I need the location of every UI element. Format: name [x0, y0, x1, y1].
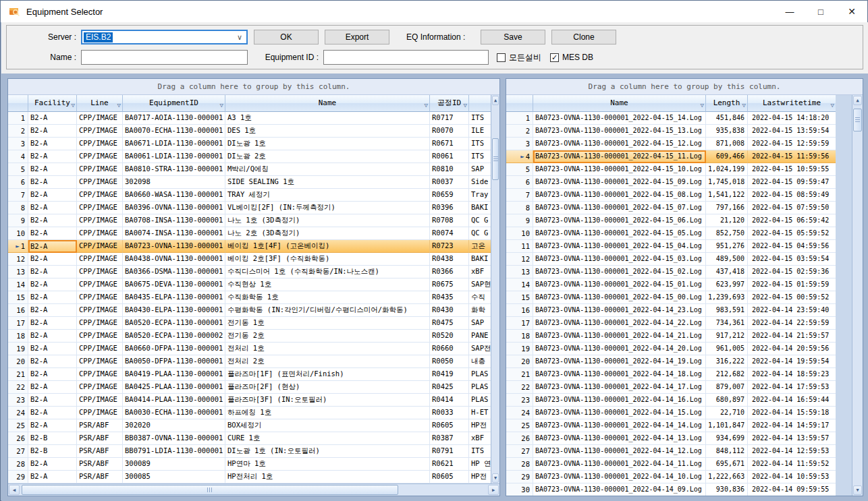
cell-line[interactable]: CPP/IMAGE	[77, 150, 123, 163]
table-row[interactable]: 8B2-ACPP/IMAGEBA0396-OVNA-1130-000001VL베…	[8, 202, 491, 214]
cell-name[interactable]: CURE 1호	[225, 432, 430, 445]
row-indicator[interactable]: 12	[506, 253, 533, 266]
table-row[interactable]: 9B2-ACPP/IMAGEBA0708-INSA-1130-000001나노 …	[8, 214, 491, 227]
column-header-facility[interactable]: Facility▽	[28, 95, 77, 112]
row-indicator[interactable]: 17	[506, 317, 533, 330]
cell-facility[interactable]: B2-A	[28, 176, 77, 189]
cell-equipment-id[interactable]: BB0387-OVNA-1130-000001	[123, 432, 225, 445]
cell-name[interactable]: VL베이킹[2F] (IN:두께측정기)	[225, 202, 430, 214]
cell-process-id[interactable]: R0520	[430, 330, 469, 343]
cell-equipment-id[interactable]: BA0810-STRA-1130-000001	[123, 163, 225, 176]
column-header-partial[interactable]	[469, 95, 491, 112]
cell-equipment-id[interactable]: 302098	[123, 176, 225, 189]
cell-log-name[interactable]: BA0723-OVNA-1130-000001_2022-04-15_09.Lo…	[533, 176, 706, 189]
cell-name[interactable]: 전처리 2호	[225, 355, 430, 368]
cell-extra[interactable]: xBF	[469, 266, 491, 278]
cell-name[interactable]: 플라즈마[2F] (현상)	[225, 381, 430, 394]
cell-log-name[interactable]: BA0723-OVNA-1130-000001_2022-04-15_08.Lo…	[533, 189, 706, 202]
cell-equipment-id[interactable]: 302020	[123, 419, 225, 432]
cell-line[interactable]: CPP/IMAGE	[77, 176, 123, 189]
cell-process-id[interactable]: R0791	[430, 445, 469, 458]
cell-facility[interactable]: B2-A	[28, 240, 77, 253]
cell-length[interactable]: 451,846	[706, 112, 748, 125]
cell-process-id[interactable]: R0074	[430, 227, 469, 240]
cell-length[interactable]: 212,682	[706, 368, 748, 381]
cell-lastwritetime[interactable]: 2022-04-14 12:59:53	[748, 445, 836, 458]
cell-log-name[interactable]: BA0723-OVNA-1130-000001_2022-04-15_02.Lo…	[533, 266, 706, 278]
table-row[interactable]: 13BA0723-OVNA-1130-000001_2022-04-15_02.…	[506, 266, 836, 278]
row-indicator[interactable]: 17	[8, 317, 28, 330]
row-indicator[interactable]: 13	[506, 266, 533, 278]
row-indicator[interactable]: 8	[8, 202, 28, 214]
table-row[interactable]: 30BA0723-OVNA-1130-000001_2022-04-14_09.…	[506, 483, 836, 496]
cell-lastwritetime[interactable]: 2022-04-14 15:59:18	[748, 407, 836, 419]
cell-length[interactable]: 695,671	[706, 458, 748, 471]
cell-lastwritetime[interactable]: 2022-04-15 09:59:47	[748, 176, 836, 189]
table-row[interactable]: 15B2-ACPP/IMAGEBA0435-ELPA-1130-000001수직…	[8, 291, 491, 304]
cell-equipment-id[interactable]: BB0791-LDIA-1130-000001	[123, 445, 225, 458]
row-indicator[interactable]: 24	[8, 407, 28, 419]
cell-name[interactable]: SIDE SEALING 1호	[225, 176, 430, 189]
cell-process-id[interactable]: R0810	[430, 163, 469, 176]
cell-facility[interactable]: B2-A	[28, 407, 77, 419]
table-row[interactable]: 15BA0723-OVNA-1130-000001_2022-04-15_00.…	[506, 291, 836, 304]
cell-lastwritetime[interactable]: 2022-04-15 04:59:56	[748, 240, 836, 253]
cell-line[interactable]: PSR/ABF	[77, 432, 123, 445]
clone-button[interactable]: Clone	[551, 30, 616, 45]
cell-lastwritetime[interactable]: 2022-04-15 08:59:49	[748, 189, 836, 202]
cell-equipment-id[interactable]: 300089	[123, 458, 225, 471]
close-button[interactable]: ✕	[836, 1, 867, 22]
cell-lastwritetime[interactable]: 2022-04-14 21:59:57	[748, 330, 836, 343]
cell-lastwritetime[interactable]: 2022-04-14 20:59:56	[748, 343, 836, 355]
cell-equipment-id[interactable]: BA0430-ELPA-1130-000001	[123, 304, 225, 317]
cell-process-id[interactable]: R0475	[430, 317, 469, 330]
cell-name[interactable]: 하프에칭 1호	[225, 407, 430, 419]
table-row[interactable]: 21BA0723-OVNA-1130-000001_2022-04-14_18.…	[506, 368, 836, 381]
table-row[interactable]: 20B2-ACPP/IMAGEBA0050-DFPA-1130-000001전처…	[8, 355, 491, 368]
filter-icon[interactable]: ▽	[701, 102, 704, 109]
cell-equipment-id[interactable]: BA0520-ECPA-1130-000001	[123, 317, 225, 330]
cell-lastwritetime[interactable]: 2022-04-14 16:59:44	[748, 394, 836, 407]
row-indicator[interactable]: 12	[8, 253, 28, 266]
cell-equipment-id[interactable]: BA0723-OVNA-1130-000001	[123, 240, 225, 253]
cell-length[interactable]: 1,239,693	[706, 291, 748, 304]
ok-button[interactable]: OK	[254, 30, 319, 45]
cell-log-name[interactable]: BA0723-OVNA-1130-000001_2022-04-15_12.Lo…	[533, 138, 706, 150]
row-indicator[interactable]: 21	[506, 368, 533, 381]
table-row[interactable]: 4B2-ACPP/IMAGEBA0061-LDIA-1130-000001DI노…	[8, 150, 491, 163]
cell-process-id[interactable]: R0430	[430, 304, 469, 317]
cell-length[interactable]: 609,466	[706, 150, 748, 163]
cell-equipment-id[interactable]: BA0030-ECHA-1130-000001	[123, 407, 225, 419]
table-row[interactable]: 5B2-ACPP/IMAGEBA0810-STRA-1130-000001M박리…	[8, 163, 491, 176]
left-vscroll-track[interactable]	[491, 106, 499, 473]
cell-process-id[interactable]: R0033	[430, 407, 469, 419]
cell-line[interactable]: CPP/IMAGE	[77, 407, 123, 419]
column-header-equipment-id[interactable]: EquipmentID▽	[123, 95, 225, 112]
cell-length[interactable]: 917,212	[706, 330, 748, 343]
scroll-up-button[interactable]: ▲	[492, 96, 499, 105]
cell-length[interactable]: 1,541,122	[706, 189, 748, 202]
row-indicator[interactable]: 25	[506, 419, 533, 432]
cell-line[interactable]: CPP/IMAGE	[77, 330, 123, 343]
scroll-up-button[interactable]: ▲	[853, 96, 862, 105]
cell-log-name[interactable]: BA0723-OVNA-1130-000001_2022-04-15_14.Lo…	[533, 112, 706, 125]
cell-extra[interactable]: ITS	[469, 445, 491, 458]
cell-process-id[interactable]: R0723	[430, 240, 469, 253]
cell-process-id[interactable]: R0717	[430, 112, 469, 125]
left-grid-horizontal-scrollbar[interactable]: ◀ ▶	[8, 483, 499, 496]
cell-extra[interactable]: 수직	[469, 291, 491, 304]
cell-lastwritetime[interactable]: 2022-04-14 18:59:23	[748, 368, 836, 381]
row-indicator[interactable]: 14	[506, 278, 533, 291]
cell-equipment-id[interactable]: BA0050-DFPA-1130-000001	[123, 355, 225, 368]
cell-equipment-id[interactable]: BA0520-ECPA-1130-000002	[123, 330, 225, 343]
equipment-id-input[interactable]	[323, 50, 489, 65]
cell-process-id[interactable]: R0671	[430, 138, 469, 150]
cell-equipment-id[interactable]: BA0070-ECHA-1130-000001	[123, 125, 225, 138]
row-indicator[interactable]: 29	[8, 471, 28, 483]
table-row[interactable]: 11BA0723-OVNA-1130-000001_2022-04-15_04.…	[506, 240, 836, 253]
cell-extra[interactable]: QC G	[469, 214, 491, 227]
cell-length[interactable]: 935,838	[706, 125, 748, 138]
cell-log-name[interactable]: BA0723-OVNA-1130-000001_2022-04-14_12.Lo…	[533, 445, 706, 458]
cell-lastwritetime[interactable]: 2022-04-15 12:59:59	[748, 138, 836, 150]
row-indicator[interactable]: 21	[8, 368, 28, 381]
